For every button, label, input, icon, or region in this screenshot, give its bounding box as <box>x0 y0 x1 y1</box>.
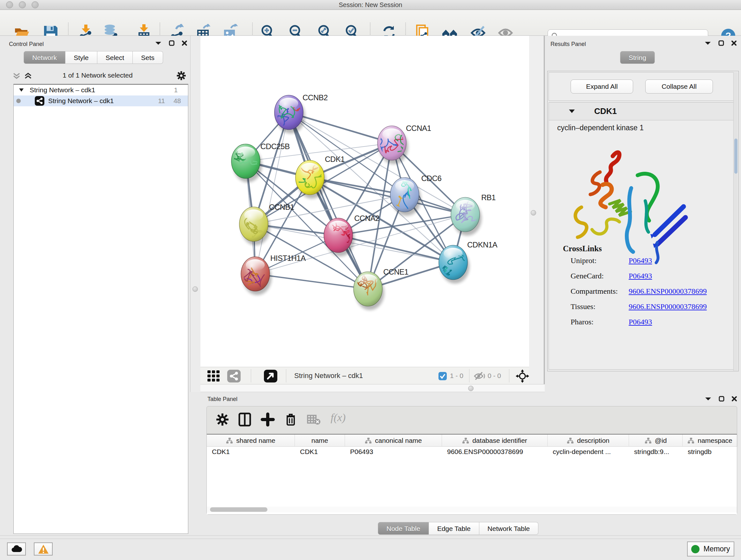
network-options-gear-icon[interactable] <box>176 70 187 81</box>
protein-section-header[interactable]: CDK1 <box>549 103 737 120</box>
panel-float-icon[interactable] <box>718 40 724 46</box>
network-canvas[interactable]: CCNB2CCNA1CDC25BCDK1CDC6RB1CCNB1CCNA2CDK… <box>200 36 529 367</box>
grid-view-icon[interactable] <box>207 370 223 382</box>
network-view-toolbar: String Network – cdk1 1 - 0 0 - 0 <box>200 367 529 384</box>
panel-float-icon[interactable] <box>169 40 175 46</box>
tab-node-table[interactable]: Node Table <box>378 522 429 535</box>
crosslink-link[interactable]: 9606.ENSP00000378699 <box>629 302 707 311</box>
network-status-dot <box>16 99 21 103</box>
column-header-description[interactable]: description <box>548 435 629 447</box>
crosslink-row: Tissues:9606.ENSP00000378699 <box>570 302 730 311</box>
column-header-@id[interactable]: @id <box>629 435 683 447</box>
network-collection-row[interactable]: String Network – cdk1 1 <box>14 84 188 96</box>
column-header-namespace[interactable]: namespace <box>683 435 738 447</box>
results-button-row: Expand All Collapse All <box>549 72 737 101</box>
crosslink-link[interactable]: P06493 <box>629 256 652 265</box>
tab-sets[interactable]: Sets <box>133 51 163 64</box>
crosslink-link[interactable]: 9606.ENSP00000378699 <box>629 287 707 296</box>
netbar-separator <box>251 369 251 382</box>
crosslink-label: Compartments: <box>570 287 629 296</box>
create-column-icon[interactable] <box>260 412 275 427</box>
network-node[interactable] <box>232 257 272 295</box>
table-hscrollbar[interactable] <box>207 507 737 512</box>
control-panel-tabs: NetworkStyleSelectSets <box>23 51 163 64</box>
network-node[interactable] <box>222 141 262 182</box>
panel-close-icon[interactable] <box>731 396 737 401</box>
warnings-button[interactable] <box>34 543 53 556</box>
results-panel-header-icons <box>704 40 737 46</box>
expand-all-button[interactable]: Expand All <box>570 79 633 94</box>
column-header-database-identifier[interactable]: database identifier <box>442 435 548 447</box>
network-node[interactable] <box>354 267 384 310</box>
table-header-row: shared namenamecanonical namedatabase id… <box>207 435 737 447</box>
network-view-title: String Network – cdk1 <box>294 372 363 380</box>
memory-button[interactable]: Memory <box>687 542 734 557</box>
network-share-view-icon[interactable] <box>227 370 241 382</box>
collapse-all-button[interactable]: Collapse All <box>645 79 713 94</box>
table-tabs: Node TableEdge TableNetwork Table <box>378 522 538 535</box>
network-node[interactable] <box>451 197 482 236</box>
cloud-status-button[interactable] <box>7 543 26 556</box>
tab-string[interactable]: String <box>620 51 655 64</box>
left-splitter[interactable] <box>190 36 200 392</box>
table-cell[interactable]: CDK1 <box>295 448 345 458</box>
tab-style[interactable]: Style <box>65 51 97 64</box>
delete-column-icon[interactable] <box>283 412 298 427</box>
right-splitter-handle[interactable] <box>531 210 536 215</box>
results-scrollbar[interactable] <box>733 72 738 371</box>
crosslink-link[interactable]: P06493 <box>629 318 652 326</box>
network-edge[interactable] <box>255 112 289 274</box>
section-expander-icon[interactable] <box>569 109 575 114</box>
network-manager-toolbar: 1 of 1 Network selected <box>8 70 187 82</box>
node-label: RB1 <box>481 193 495 202</box>
table-cell[interactable]: CDK1 <box>207 448 295 458</box>
panel-menu-icon[interactable] <box>704 41 711 45</box>
network-label: String Network – cdk1 <box>48 97 114 105</box>
network-node[interactable] <box>377 126 408 164</box>
node-table-container: f(x) shared namenamecanonical namedataba… <box>206 406 737 515</box>
column-header-canonical-name[interactable]: canonical name <box>345 435 442 447</box>
panel-float-icon[interactable] <box>719 396 724 401</box>
table-cell[interactable]: stringdb <box>683 448 738 458</box>
network-row[interactable]: String Network – cdk1 11 48 <box>14 96 188 106</box>
panel-close-icon[interactable] <box>731 40 737 46</box>
table-cell[interactable]: cyclin-dependent ... <box>548 448 629 458</box>
tab-network-table[interactable]: Network Table <box>479 522 539 535</box>
crosslink-row: GeneCard:P06493 <box>570 272 730 280</box>
tree-expander-icon[interactable] <box>19 88 24 92</box>
column-header-name[interactable]: name <box>295 435 345 447</box>
horizontal-splitter-handle[interactable] <box>468 386 474 391</box>
node-label: CCNB1 <box>269 203 294 211</box>
table-cell[interactable]: P06493 <box>345 448 442 458</box>
birdseye-view-icon[interactable] <box>264 370 278 382</box>
selected-checkbox-icon[interactable] <box>439 372 447 380</box>
pan-crosshair-icon[interactable] <box>516 369 529 383</box>
table-hscrollbar-thumb[interactable] <box>210 507 267 512</box>
results-panel-title: Results Panel <box>550 41 586 48</box>
tab-select[interactable]: Select <box>97 51 133 64</box>
main-toolbar: ? <box>0 10 741 36</box>
panel-close-icon[interactable] <box>182 40 187 46</box>
table-cell[interactable]: stringdb:9... <box>629 448 683 458</box>
results-scrollbar-thumb[interactable] <box>734 138 738 174</box>
network-graph[interactable]: CCNB2CCNA1CDC25BCDK1CDC6RB1CCNB1CCNA2CDK… <box>200 36 529 367</box>
network-node[interactable] <box>430 245 469 284</box>
show-columns-icon[interactable] <box>238 412 252 427</box>
network-edge[interactable] <box>255 274 368 289</box>
crosslink-link[interactable]: P06493 <box>629 272 652 280</box>
network-icon <box>35 96 44 106</box>
network-node[interactable] <box>274 95 305 133</box>
control-panel-title: Control Panel <box>9 41 44 48</box>
hidden-counts: 0 - 0 <box>488 372 501 380</box>
network-edge[interactable] <box>289 112 368 289</box>
tab-network[interactable]: Network <box>23 51 65 64</box>
table-options-gear-icon[interactable] <box>215 412 230 427</box>
cloud-icon <box>11 545 22 553</box>
tab-edge-table[interactable]: Edge Table <box>429 522 479 535</box>
crosslinks-title: CrossLinks <box>563 244 602 253</box>
panel-menu-icon[interactable] <box>704 396 712 401</box>
panel-menu-icon[interactable] <box>155 41 162 45</box>
column-header-shared-name[interactable]: shared name <box>207 435 295 447</box>
table-cell[interactable]: 9606.ENSP00000378699 <box>442 448 548 458</box>
left-splitter-handle[interactable] <box>192 287 198 292</box>
